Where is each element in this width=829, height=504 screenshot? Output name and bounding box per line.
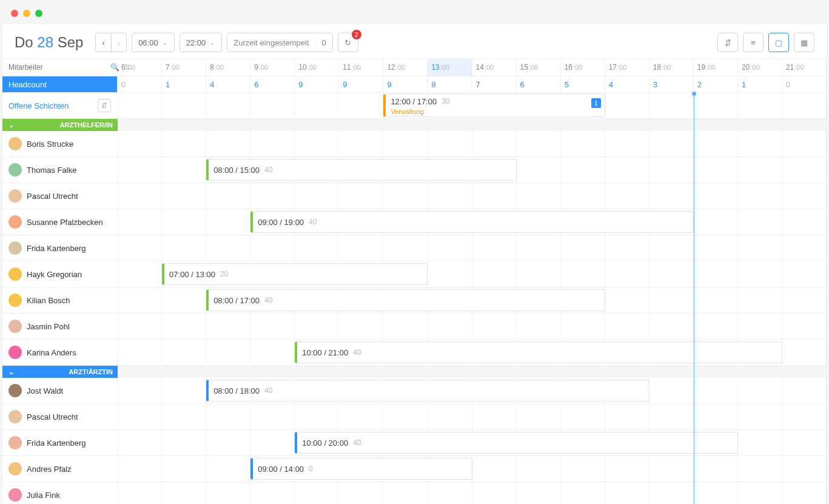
employee-cell[interactable]: Julia Fink	[2, 482, 118, 504]
employee-cell[interactable]: Jasmin Pohl	[2, 314, 118, 339]
shift-block[interactable]: 08:00 / 17:0040	[206, 289, 605, 311]
next-day-button[interactable]: ›	[111, 33, 127, 52]
shift-block[interactable]: 09:00 / 14:000	[250, 458, 472, 480]
refresh-icon: ↻	[344, 38, 351, 47]
hour-header: 16:00	[561, 59, 605, 76]
employee-name: Andres Pfalz	[27, 465, 72, 474]
shift-extra: 30	[441, 97, 449, 106]
hour-header: 17:00	[605, 59, 649, 76]
headcount-cell: 9	[339, 76, 383, 92]
group-header[interactable]: ⌄ARZT/ÄRZTIN	[2, 366, 827, 378]
employee-row: Frida Kartenberg10:00 / 20:0040	[2, 430, 827, 456]
shift-block[interactable]: 08:00 / 15:0040	[206, 159, 516, 181]
list-view-button[interactable]: ≡	[743, 33, 764, 52]
open-shifts-timeline[interactable]: 12:00 / 17:0030Verwaltung1	[118, 93, 827, 118]
prev-day-button[interactable]: ‹	[95, 33, 110, 52]
split-view-button[interactable]: ⇵	[717, 33, 738, 52]
headcount-cell: 2	[694, 76, 738, 92]
employee-row: Hayk Gregorian07:00 / 13:0020	[2, 261, 827, 287]
shift-block[interactable]: 09:00 / 19:0040	[250, 211, 694, 233]
square-icon: ▢	[775, 38, 782, 47]
maximize-dot-icon[interactable]	[35, 10, 42, 17]
group-name: ARZT/ÄRZTIN	[69, 368, 113, 375]
employee-cell[interactable]: Frida Kartenberg	[2, 430, 118, 455]
shift-extra: 40	[309, 218, 317, 226]
hour-header: 15:00	[517, 59, 561, 76]
shift-block[interactable]: 10:00 / 20:0040	[295, 432, 738, 454]
close-dot-icon[interactable]	[11, 10, 18, 17]
avatar	[8, 346, 22, 359]
employee-cell[interactable]: Thomas Falke	[2, 157, 118, 183]
clocked-in-status[interactable]: Zurzeit eingestempelt 0	[227, 33, 333, 52]
employee-timeline[interactable]	[118, 183, 827, 209]
shift-block[interactable]: 08:00 / 18:0040	[206, 380, 649, 402]
employee-timeline[interactable]: 08:00 / 18:0040	[118, 378, 827, 403]
headcount-row: Headcount 0146999876543210	[2, 76, 827, 93]
time-to-select[interactable]: 22:00 ⌄	[180, 33, 223, 52]
employee-name: Thomas Falke	[27, 166, 76, 175]
shift-block[interactable]: 07:00 / 13:0020	[162, 263, 428, 285]
day-view-button[interactable]: ▢	[768, 33, 789, 52]
open-shifts-label: Offene Schichten	[8, 101, 69, 110]
shift-block[interactable]: 10:00 / 21:0040	[295, 341, 782, 363]
search-input[interactable]	[2, 59, 106, 76]
avatar	[8, 462, 22, 475]
employee-cell[interactable]: Andres Pfalz	[2, 456, 118, 482]
status-count: 0	[315, 38, 326, 47]
avatar	[8, 384, 22, 397]
avatar	[8, 189, 22, 203]
employee-cell[interactable]: Frida Kartenberg	[2, 235, 118, 261]
employee-timeline[interactable]: 09:00 / 14:000	[118, 456, 827, 482]
employee-row: Pascal Utrecht	[2, 404, 827, 430]
employee-cell[interactable]: Karina Anders	[2, 340, 118, 365]
week-view-button[interactable]: ▦	[794, 33, 814, 52]
schedule-grid: 🔍 ⇅ 6:007:008:009:0010:0011:0012:0013:00…	[2, 59, 827, 504]
employee-timeline[interactable]: 10:00 / 20:0040	[118, 430, 827, 455]
employee-cell[interactable]: Boris Strucke	[2, 131, 118, 156]
employee-timeline[interactable]: 09:00 / 19:0040	[118, 209, 827, 235]
avatar	[8, 488, 22, 502]
employee-name: Boris Strucke	[27, 139, 73, 149]
shift-sublabel: Verwaltung	[391, 108, 423, 115]
employee-cell[interactable]: Hayk Gregorian	[2, 261, 118, 287]
avatar	[8, 267, 22, 281]
minimize-dot-icon[interactable]	[23, 10, 30, 17]
employee-cell[interactable]: Pascal Utrecht	[2, 183, 118, 209]
employee-timeline[interactable]	[118, 314, 827, 339]
employee-row: Kilian Bosch08:00 / 17:0040	[2, 287, 827, 314]
hour-header: 10:00	[295, 59, 339, 76]
shift-time: 08:00 / 15:00	[213, 166, 260, 175]
employee-name: Jost Waldt	[27, 386, 63, 395]
avatar	[8, 436, 22, 449]
shift-time: 09:00 / 14:00	[258, 465, 304, 474]
employee-timeline[interactable]: 07:00 / 13:0020	[118, 261, 827, 287]
employee-name: Frida Kartenberg	[27, 438, 86, 448]
employee-cell[interactable]: Pascal Utrecht	[2, 404, 118, 429]
employee-cell[interactable]: Susanne Pfalzbecken	[2, 209, 118, 235]
dow-label: Do	[15, 34, 33, 50]
employee-cell[interactable]: Kilian Bosch	[2, 287, 118, 313]
employee-timeline[interactable]: 08:00 / 17:0040	[118, 287, 827, 313]
employee-timeline[interactable]	[118, 482, 827, 504]
split-open-button[interactable]: ⇵	[98, 99, 111, 112]
employee-timeline[interactable]: 10:00 / 21:0040	[118, 340, 827, 365]
avatar	[8, 241, 22, 255]
grid-icon: ▦	[800, 38, 808, 47]
employee-cell[interactable]: Jost Waldt	[2, 378, 118, 403]
shift-count-badge: 1	[591, 98, 601, 108]
hour-header: 21:00	[782, 59, 827, 76]
headcount-cell: 6	[250, 76, 295, 92]
headcount-cell: 0	[118, 76, 162, 92]
employee-search-cell: 🔍 ⇅	[2, 59, 118, 76]
employee-timeline[interactable]: 08:00 / 15:0040	[118, 157, 827, 183]
employee-timeline[interactable]	[118, 404, 827, 429]
refresh-button[interactable]: ↻ 2	[338, 33, 358, 52]
open-shift-block[interactable]: 12:00 / 17:0030Verwaltung1	[383, 94, 605, 117]
employee-timeline[interactable]	[118, 131, 827, 156]
employee-timeline[interactable]	[118, 235, 827, 261]
group-header[interactable]: ⌄ARZTHELFER/IN	[2, 119, 827, 131]
time-from-select[interactable]: 06:00 ⌄	[132, 33, 175, 52]
avatar	[8, 294, 22, 307]
hour-header: 20:00	[738, 59, 782, 76]
open-shifts-label-cell: Offene Schichten ⇵	[2, 93, 118, 118]
